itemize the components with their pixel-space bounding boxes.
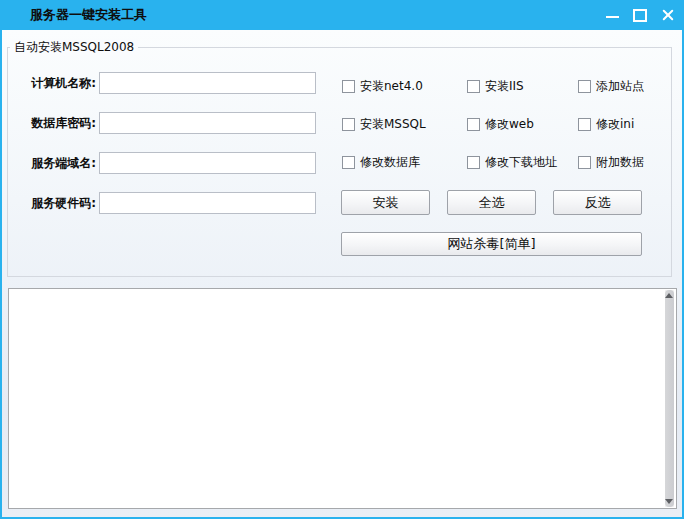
checkbox-add-site[interactable]: 添加站点 xyxy=(578,78,644,94)
site-antivirus-button[interactable]: 网站杀毒[简单] xyxy=(341,232,642,256)
titlebar[interactable]: 服务器一键安装工具 xyxy=(0,0,684,30)
hardware-code-label: 服务硬件码: xyxy=(10,192,96,214)
minimize-button[interactable] xyxy=(598,0,626,30)
install-button[interactable]: 安装 xyxy=(341,190,430,215)
checkbox-box[interactable] xyxy=(578,156,591,169)
checkbox-label: 修改web xyxy=(485,117,534,131)
server-domain-input[interactable] xyxy=(99,152,316,174)
minimize-icon xyxy=(606,16,619,18)
invert-select-button[interactable]: 反选 xyxy=(553,190,642,215)
close-icon xyxy=(662,9,674,21)
checkbox-box[interactable] xyxy=(342,118,355,131)
checkbox-modify-database[interactable]: 修改数据库 xyxy=(342,154,420,170)
checkbox-row-1: 安装net4.0 安装IIS 添加站点 xyxy=(342,78,662,94)
checkbox-row-3: 修改数据库 修改下载地址 附加数据 xyxy=(342,154,662,170)
maximize-icon xyxy=(633,9,647,22)
checkbox-label: 修改ini xyxy=(596,117,634,131)
checkbox-install-net40[interactable]: 安装net4.0 xyxy=(342,78,423,94)
window-controls xyxy=(598,0,682,30)
hardware-code-input[interactable] xyxy=(99,192,316,214)
checkbox-label: 修改下载地址 xyxy=(485,155,557,169)
checkbox-box[interactable] xyxy=(578,118,591,131)
maximize-button[interactable] xyxy=(626,0,654,30)
window-content: 自动安装MSSQL2008 计算机名称: 数据库密码: 服务端域名: 服务硬件码… xyxy=(2,30,682,517)
checkbox-label: 安装IIS xyxy=(485,79,524,93)
server-domain-label: 服务端域名: xyxy=(10,152,96,174)
checkbox-label: 修改数据库 xyxy=(360,155,420,169)
log-text xyxy=(12,291,660,506)
close-button[interactable] xyxy=(654,0,682,30)
checkbox-label: 安装net4.0 xyxy=(360,79,423,93)
select-all-button[interactable]: 全选 xyxy=(447,190,536,215)
app-window: 服务器一键安装工具 自动安装MSSQL2008 计算机名称: 数据库密码: 服务… xyxy=(0,0,684,519)
db-password-label: 数据库密码: xyxy=(10,112,96,134)
checkbox-modify-download-url[interactable]: 修改下载地址 xyxy=(467,154,557,170)
vertical-scrollbar[interactable] xyxy=(665,290,674,507)
groupbox-title: 自动安装MSSQL2008 xyxy=(10,39,138,55)
checkbox-box[interactable] xyxy=(342,80,355,93)
computer-name-input[interactable] xyxy=(99,72,316,94)
db-password-input[interactable] xyxy=(99,112,316,134)
checkbox-install-mssql[interactable]: 安装MSSQL xyxy=(342,116,426,132)
checkbox-label: 安装MSSQL xyxy=(360,117,426,131)
checkbox-box[interactable] xyxy=(467,118,480,131)
checkbox-label: 附加数据 xyxy=(596,155,644,169)
checkbox-box[interactable] xyxy=(467,80,480,93)
log-output-area[interactable] xyxy=(8,288,677,509)
window-title: 服务器一键安装工具 xyxy=(30,0,147,30)
checkbox-modify-ini[interactable]: 修改ini xyxy=(578,116,634,132)
scrollbar-thumb[interactable] xyxy=(665,290,674,507)
checkbox-box[interactable] xyxy=(467,156,480,169)
checkbox-modify-web[interactable]: 修改web xyxy=(467,116,534,132)
checkbox-attach-data[interactable]: 附加数据 xyxy=(578,154,644,170)
triangle-up-icon[interactable] xyxy=(665,293,673,298)
checkbox-box[interactable] xyxy=(342,156,355,169)
checkbox-box[interactable] xyxy=(578,80,591,93)
computer-name-label: 计算机名称: xyxy=(10,72,96,94)
checkbox-label: 添加站点 xyxy=(596,79,644,93)
checkbox-install-iis[interactable]: 安装IIS xyxy=(467,78,524,94)
checkbox-row-2: 安装MSSQL 修改web 修改ini xyxy=(342,116,662,132)
triangle-down-icon[interactable] xyxy=(665,499,673,504)
